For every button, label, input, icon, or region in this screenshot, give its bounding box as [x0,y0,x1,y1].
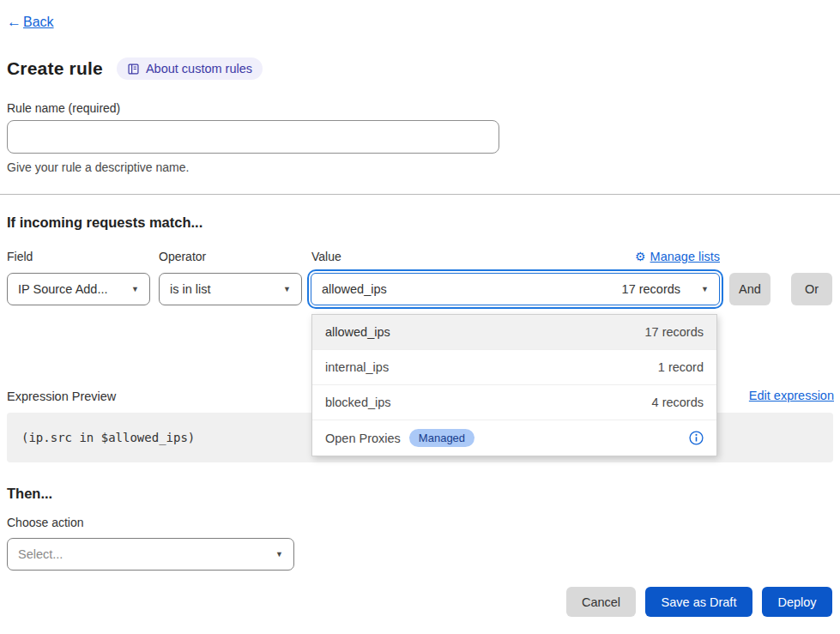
and-button[interactable]: And [729,273,771,305]
list-option-records: 17 records [644,325,704,339]
operator-select[interactable]: is in list ▼ [159,273,302,305]
manage-lists-label: Manage lists [650,250,720,263]
rule-name-helper-text: Give your rule a descriptive name. [7,160,189,174]
expression-code: (ip.src in $allowed_ips) [21,431,195,444]
back-link[interactable]: ← Back [7,14,54,31]
expression-preview-label: Expression Preview [7,389,116,403]
page-title: Create rule [7,58,103,79]
cancel-button[interactable]: Cancel [566,587,636,617]
rule-name-input[interactable] [7,120,499,154]
value-select[interactable]: allowed_ips 17 records ▼ [311,273,720,305]
field-label: Field [7,250,33,263]
choose-action-select[interactable]: Select... ▼ [7,538,294,571]
then-section-heading: Then... [7,486,52,502]
value-select-records-count: 17 records [622,282,681,296]
info-icon[interactable] [689,431,704,445]
rule-name-label: Rule name (required) [7,101,120,115]
managed-badge: Managed [409,429,474,447]
back-link-label: Back [23,15,54,30]
edit-expression-label: Edit expression [749,389,834,402]
list-dropdown-menu: allowed_ips 17 records internal_ips 1 re… [311,314,717,456]
back-arrow-icon: ← [7,14,21,31]
edit-expression-link[interactable]: Edit expression [749,389,834,402]
list-option-name: internal_ips [325,360,389,374]
section-divider [0,194,840,195]
operator-select-value: is in list [170,282,211,296]
value-select-value: allowed_ips [322,282,387,296]
chevron-down-icon: ▼ [275,550,283,559]
choose-action-label: Choose action [7,516,84,529]
choose-action-placeholder: Select... [18,547,63,561]
create-rule-page: ← Back Create rule About custom rules Ru… [0,0,840,634]
list-option-records: 1 record [658,360,704,374]
field-select[interactable]: IP Source Add... ▼ [7,273,150,305]
deploy-button[interactable]: Deploy [762,587,832,617]
or-button[interactable]: Or [791,273,832,305]
save-as-draft-button[interactable]: Save as Draft [645,587,752,617]
title-row: Create rule About custom rules [7,57,263,80]
match-section-heading: If incoming requests match... [7,214,202,231]
list-option-records: 4 records [652,395,704,409]
about-custom-rules-label: About custom rules [146,62,252,75]
chevron-down-icon: ▼ [283,285,291,293]
book-icon [127,63,140,75]
operator-label: Operator [159,250,206,263]
gear-icon: ⚙ [635,250,646,263]
chevron-down-icon: ▼ [131,285,139,293]
list-option-name: Open Proxies [325,432,401,445]
about-custom-rules-link[interactable]: About custom rules [117,57,263,80]
list-option-internal-ips[interactable]: internal_ips 1 record [312,350,716,385]
field-select-value: IP Source Add... [18,282,108,296]
list-option-name: allowed_ips [325,325,390,339]
manage-lists-link[interactable]: ⚙ Manage lists [311,250,720,263]
list-option-blocked-ips[interactable]: blocked_ips 4 records [312,385,716,420]
list-option-name: blocked_ips [325,395,391,409]
list-option-allowed-ips[interactable]: allowed_ips 17 records [312,315,716,350]
list-option-open-proxies[interactable]: Open Proxies Managed [312,420,716,456]
chevron-down-icon: ▼ [701,285,709,293]
